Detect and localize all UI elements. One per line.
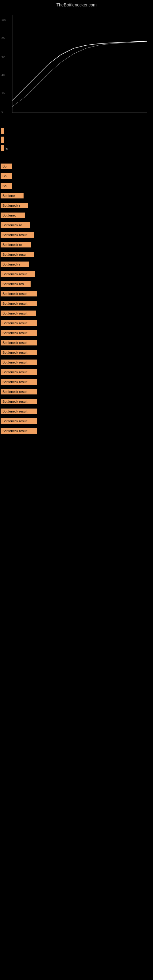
result-label-1: Bo <box>1 164 12 169</box>
input-indicator-2 <box>1 137 4 143</box>
result-label-23: Bottleneck result <box>1 379 37 385</box>
result-label-25: Bottleneck result <box>1 399 37 404</box>
result-item-15: Bottleneck result <box>1 300 152 308</box>
result-item-11: Bottleneck r <box>1 261 152 269</box>
result-item-5: Bottleneck r <box>1 202 152 210</box>
result-item-3: Bo <box>1 183 152 191</box>
result-item-13: Bottleneck res <box>1 280 152 288</box>
result-item-18: Bottleneck result <box>1 329 152 337</box>
result-label-22: Bottleneck result <box>1 369 37 375</box>
result-label-16: Bottleneck result <box>1 310 36 316</box>
result-label-10: Bottleneck resu <box>1 252 33 257</box>
result-label-12: Bottleneck result <box>1 271 35 277</box>
result-item-2: Bo <box>1 173 152 181</box>
result-label-11: Bottleneck r <box>1 261 29 267</box>
svg-text:0: 0 <box>2 110 3 113</box>
result-label-8: Bottleneck result <box>1 232 34 238</box>
svg-text:100: 100 <box>2 18 6 21</box>
result-label-9: Bottleneck re <box>1 242 31 247</box>
result-item-25: Bottleneck result <box>1 398 152 406</box>
result-label-24: Bottleneck result <box>1 389 37 395</box>
result-item-26: Bottleneck result <box>1 408 152 416</box>
result-item-6: Bottlenec <box>1 212 152 220</box>
result-item-28: Bottleneck result <box>1 428 152 436</box>
result-item-4: Bottlene <box>1 192 152 200</box>
chart-area: 0 20 40 60 80 100 <box>0 9 153 125</box>
result-label-18: Bottleneck result <box>1 330 37 336</box>
result-item-7: Bottleneck re <box>1 222 152 230</box>
svg-rect-0 <box>0 9 153 125</box>
input-row-3: E <box>1 145 152 151</box>
svg-text:60: 60 <box>2 55 5 58</box>
input-row-1 <box>1 128 152 134</box>
input-indicator-3 <box>1 145 4 151</box>
result-label-27: Bottleneck result <box>1 418 37 424</box>
chart-svg: 0 20 40 60 80 100 <box>0 9 153 125</box>
result-label-14: Bottleneck result <box>1 291 37 296</box>
result-label-5: Bottleneck r <box>1 203 28 208</box>
result-item-20: Bottleneck result <box>1 349 152 357</box>
input-row-2 <box>1 137 152 143</box>
svg-text:40: 40 <box>2 73 5 76</box>
input-indicator-1 <box>1 128 4 134</box>
result-label-17: Bottleneck result <box>1 320 37 326</box>
result-label-13: Bottleneck res <box>1 281 30 286</box>
result-item-17: Bottleneck result <box>1 320 152 328</box>
result-label-19: Bottleneck result <box>1 340 37 345</box>
result-item-24: Bottleneck result <box>1 388 152 396</box>
result-item-8: Bottleneck result <box>1 232 152 240</box>
result-item-27: Bottleneck result <box>1 418 152 426</box>
result-label-20: Bottleneck result <box>1 350 37 355</box>
result-item-12: Bottleneck result <box>1 271 152 279</box>
result-item-14: Bottleneck result <box>1 290 152 298</box>
results-section: BoBoBoBottleneBottleneck rBottlenecBottl… <box>0 163 153 436</box>
result-item-16: Bottleneck result <box>1 310 152 318</box>
result-item-19: Bottleneck result <box>1 339 152 347</box>
result-item-1: Bo <box>1 163 152 171</box>
result-label-28: Bottleneck result <box>1 428 37 434</box>
site-title: TheBottlenecker.com <box>0 0 153 9</box>
result-label-21: Bottleneck result <box>1 360 37 365</box>
result-item-23: Bottleneck result <box>1 379 152 387</box>
result-label-2: Bo <box>1 173 12 179</box>
input-text-3: E <box>5 146 8 150</box>
svg-text:20: 20 <box>2 92 5 95</box>
input-section: E <box>0 125 153 157</box>
result-item-22: Bottleneck result <box>1 369 152 377</box>
result-label-4: Bottlene <box>1 193 24 199</box>
svg-text:80: 80 <box>2 37 5 40</box>
result-label-3: Bo <box>1 183 12 189</box>
result-label-6: Bottlenec <box>1 213 25 218</box>
result-item-21: Bottleneck result <box>1 359 152 367</box>
result-item-9: Bottleneck re <box>1 241 152 249</box>
result-label-7: Bottleneck re <box>1 222 30 228</box>
result-item-10: Bottleneck resu <box>1 251 152 259</box>
result-label-26: Bottleneck result <box>1 409 37 414</box>
result-label-15: Bottleneck result <box>1 301 37 306</box>
